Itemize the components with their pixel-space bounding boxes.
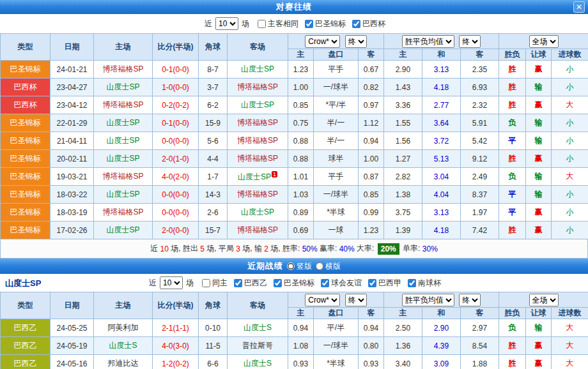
col-away: 客场	[228, 292, 288, 319]
goals-over-under: 小	[552, 222, 588, 239]
filter-checkbox[interactable]	[274, 279, 282, 287]
avg-home-odds: 2.90	[384, 61, 422, 79]
match-date: 24-01-21	[50, 61, 94, 79]
avg-final-select[interactable]: 终	[459, 294, 481, 306]
match-count-select[interactable]: 10	[215, 17, 238, 30]
away-team: 山度士SP	[228, 204, 288, 222]
match-date: 19-03-21	[50, 168, 94, 186]
handicap-line: 平/半	[314, 319, 359, 337]
competition-badge: 巴西乙	[1, 355, 50, 369]
home-team: 山度士SP	[94, 132, 153, 150]
match-date: 17-02-26	[50, 222, 94, 239]
handicap-line: *半球	[314, 355, 359, 369]
filter-checkbox[interactable]	[321, 279, 329, 287]
summary-segment: 20%	[378, 243, 399, 255]
handicap-result: 赢	[526, 96, 552, 114]
competition-badge: 巴西乙	[1, 337, 50, 355]
filter-option[interactable]: 同主	[202, 278, 228, 289]
handicap-home-odds: 0.94	[288, 319, 314, 337]
handicap-line: 半/一	[314, 132, 359, 150]
close-icon[interactable]: ✕	[573, 1, 585, 13]
filter-checkbox[interactable]	[234, 279, 242, 287]
horizontal-radio-label: 横版	[325, 261, 341, 272]
scope-select[interactable]: 全场	[529, 35, 559, 48]
avg-draw-odds: 3.72	[422, 132, 461, 150]
odds-final-select[interactable]: 终	[345, 294, 367, 306]
col-date: 日期	[50, 292, 94, 319]
dialog-title: 对赛往绩	[276, 1, 312, 13]
result-wdl: 负	[499, 168, 526, 186]
avg-away-odds: 1.88	[461, 355, 499, 369]
corner-count: 5-6	[199, 132, 228, 150]
section-title: 近期战绩	[247, 260, 283, 272]
filter-checkbox[interactable]	[408, 279, 416, 287]
avg-final-select[interactable]: 终	[459, 35, 481, 48]
result-wdl: 胜	[499, 222, 526, 239]
filter-option[interactable]: 主客相同	[258, 19, 298, 29]
handicap-result: 输	[526, 319, 552, 337]
odds-source-select[interactable]: Crow*	[305, 294, 340, 306]
filter-option[interactable]: 南球杯	[408, 278, 441, 289]
match-score: 0-1(0-0)	[153, 61, 199, 79]
avg-home-odds: 1.43	[384, 79, 422, 96]
filter-checkbox[interactable]	[368, 279, 376, 287]
games-label: 场	[242, 19, 249, 29]
avg-draw-odds: 4.04	[422, 186, 461, 204]
handicap-line: 一/球半	[314, 79, 359, 96]
filter-option[interactable]: 巴圣锦标	[305, 19, 346, 29]
competition-badge: 巴圣锦标	[1, 168, 50, 186]
avg-away-odds: 8.37	[461, 186, 499, 204]
vertical-radio[interactable]	[287, 262, 295, 270]
layout-horizontal-option[interactable]: 横版	[316, 261, 341, 272]
filter-label: 南球杯	[418, 278, 441, 289]
competition-badge: 巴圣锦标	[1, 150, 50, 168]
handicap-result: 输	[526, 79, 552, 96]
match-score: 1-2(0-2)	[153, 355, 199, 369]
filter-checkbox[interactable]	[305, 20, 313, 28]
filter-option[interactable]: 巴西杯	[352, 19, 385, 29]
corner-count: 15-9	[199, 114, 228, 132]
layout-vertical-option[interactable]: 竖版	[287, 261, 312, 272]
col-let: 让球	[526, 49, 552, 61]
filter-checkbox[interactable]	[202, 279, 210, 287]
filter-checkbox[interactable]	[352, 20, 360, 28]
handicap-home-odds: 0.93	[288, 355, 314, 369]
result-wdl: 平	[499, 204, 526, 222]
match-score: 1-0(0-0)	[153, 79, 199, 96]
match-score: 2-1(1-1)	[153, 319, 199, 337]
avg-source-select[interactable]: 胜平负均值	[402, 294, 454, 306]
match-row: 巴西杯23-04-12博塔福格SP0-2(0-2)6-2山度士SP0.85*平/…	[1, 96, 588, 114]
handicap-result: 输	[526, 132, 552, 150]
match-score: 2-0(0-0)	[153, 222, 199, 239]
horizontal-radio[interactable]	[316, 262, 323, 270]
handicap-home-odds: 1.08	[288, 337, 314, 355]
col-home: 主场	[94, 292, 153, 319]
home-team: 山度士SP	[94, 79, 153, 96]
goals-over-under: 大	[552, 96, 588, 114]
odds-source-select[interactable]: Crow*	[305, 35, 340, 48]
competition-badge: 巴西乙	[1, 319, 50, 337]
recent-count-select[interactable]: 10	[160, 276, 183, 289]
filter-option[interactable]: 巴西甲	[368, 278, 401, 289]
avg-source-select[interactable]: 胜平负均值	[402, 35, 454, 48]
avg-draw-odds: 3.09	[422, 355, 461, 369]
col-score: 比分(半场)	[153, 292, 199, 319]
col-handicap-away: 客	[359, 308, 384, 319]
title-bar: 对赛往绩 ✕	[0, 0, 588, 14]
odds-final-select[interactable]: 终	[345, 35, 367, 48]
match-score: 4-0(3-0)	[153, 337, 199, 355]
avg-draw-odds: 5.13	[422, 150, 461, 168]
filter-option[interactable]: 巴圣锦标	[274, 278, 314, 289]
filter-checkbox[interactable]	[258, 20, 266, 28]
avg-away-odds: 2.35	[461, 61, 499, 79]
corner-count: 2-6	[199, 204, 228, 222]
goals-over-under: 小	[552, 150, 588, 168]
col-score: 比分(半场)	[153, 34, 199, 61]
handicap-line: *半球	[314, 204, 359, 222]
scope-select[interactable]: 全场	[529, 294, 559, 306]
filter-option[interactable]: 巴西乙	[234, 278, 267, 289]
away-team: 博塔福格SP	[228, 186, 288, 204]
filter-option[interactable]: 球会友谊	[321, 278, 362, 289]
result-wdl: 负	[499, 319, 526, 337]
summary-segment: 3	[236, 245, 240, 253]
